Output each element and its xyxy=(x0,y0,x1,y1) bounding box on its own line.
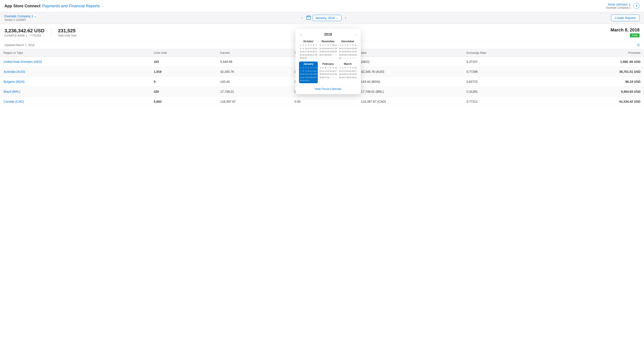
cal-day: 19 xyxy=(312,73,315,76)
download-icon[interactable]: ⎙ xyxy=(637,43,640,47)
cal-day: 31 xyxy=(300,66,302,70)
month-dropdown-arrow: ⌄ xyxy=(336,16,338,20)
cal-day: 23 xyxy=(332,73,334,76)
cal-day: 1 xyxy=(332,53,334,57)
col-region: Region or Type xyxy=(0,49,150,57)
cal-day: 20 xyxy=(344,73,346,76)
col-units: Units Sold xyxy=(150,49,216,57)
create-reports-button[interactable]: Create Reports xyxy=(611,15,640,21)
cal-day: 27 xyxy=(324,76,327,79)
region-link[interactable]: Brazil (BRL) xyxy=(4,90,20,93)
cell-region: Australia (AUD) xyxy=(0,67,150,77)
cal-day: 18 xyxy=(319,73,322,76)
cal-day: 24 xyxy=(339,53,342,57)
cal-day: 16 xyxy=(332,70,334,73)
cell-exchange-rate: 0.77311 xyxy=(463,97,551,107)
header-right: Anne Johnson ∨ Example Company 1 ? xyxy=(606,3,640,9)
cal-day: 27 xyxy=(346,53,349,57)
cal-day: 2 xyxy=(312,79,315,82)
cal-day: 29 xyxy=(300,57,302,60)
cal-day: 15 xyxy=(300,50,302,53)
cal-day: 21 xyxy=(349,50,352,53)
cal-month-february[interactable]: February45678910111213141516171819202122… xyxy=(319,62,338,83)
cal-day: 31 xyxy=(339,57,342,60)
view-fiscal-section: View Fiscal Calendar xyxy=(299,86,357,91)
total-amount: 3,236,342.62 USD xyxy=(4,28,44,34)
cal-day: 7 xyxy=(300,70,302,73)
cal-day: 12 xyxy=(322,70,324,73)
cell-proceeds-local: 17,748.01 (BRL) xyxy=(358,87,463,97)
cal-day: 12 xyxy=(319,47,322,50)
cal-day: 2 xyxy=(332,76,334,79)
main-header: App Store Connect Payments and Financial… xyxy=(0,0,644,12)
next-month-button[interactable]: › xyxy=(343,15,348,21)
cal-prev-year-button[interactable]: ‹ xyxy=(299,32,303,37)
reports-title[interactable]: Payments and Financial Reports xyxy=(42,4,100,9)
cal-month-january[interactable]: January311234567891011121314151617181920… xyxy=(299,62,318,83)
cal-day: 22 xyxy=(300,53,302,57)
cal-day: 29 xyxy=(327,53,330,57)
cal-month-october[interactable]: October123456789101112131415161718192021… xyxy=(299,39,318,61)
app-store-title: App Store Connect xyxy=(4,4,40,9)
help-button[interactable]: ? xyxy=(634,3,640,9)
cal-day: 25 xyxy=(339,76,342,79)
user-name[interactable]: Anne Johnson ∨ xyxy=(606,3,631,6)
cal-day: 21 xyxy=(324,50,327,53)
cal-day: 1 xyxy=(329,76,332,79)
month-selector[interactable]: January, 2018 ⌄ xyxy=(312,15,342,21)
cal-month-header: October xyxy=(300,40,317,43)
payment-date: March 8, 2018 xyxy=(610,28,640,33)
cal-day: 22 xyxy=(352,50,354,53)
cal-day: 12 xyxy=(312,70,315,73)
cal-day: 16 xyxy=(329,47,332,50)
cell-units: 320 xyxy=(150,87,216,97)
header-left: App Store Connect Payments and Financial… xyxy=(4,4,104,9)
cal-day: 4 xyxy=(342,44,344,47)
calendar-icon-button[interactable] xyxy=(306,15,311,21)
cal-day: 14 xyxy=(346,70,349,73)
cal-day: 5 xyxy=(344,44,346,47)
cal-day: 14 xyxy=(324,47,327,50)
cal-month-december[interactable]: December34567891011121314151617181920212… xyxy=(338,39,357,61)
cal-day: 23 xyxy=(352,73,354,76)
cal-day: 17 xyxy=(354,70,357,73)
cal-day: 20 xyxy=(324,73,327,76)
company-link[interactable]: Example Company 1 xyxy=(4,14,33,18)
units-label: Total Units Sold xyxy=(58,34,76,37)
col-exchange: Exchange Rate xyxy=(463,49,551,57)
cal-month-header: January xyxy=(300,62,317,66)
cal-day: 12 xyxy=(342,70,344,73)
cal-day: 9 xyxy=(354,44,357,47)
cal-day: 11 xyxy=(334,44,337,47)
cal-next-year-button[interactable]: › xyxy=(354,32,357,37)
region-link[interactable]: United Arab Emirates (AED) xyxy=(4,60,42,64)
cal-day: 22 xyxy=(302,76,305,79)
cal-day: 21 xyxy=(327,73,330,76)
vendor-number: Vendor # 1234567 xyxy=(4,18,37,22)
cal-day: 3 xyxy=(312,57,315,60)
cal-day: 1 xyxy=(302,66,305,70)
cal-day: 13 xyxy=(322,47,324,50)
region-link[interactable]: Canada (CAD) xyxy=(4,100,24,103)
reports-dropdown-arrow[interactable]: ⌄ xyxy=(102,5,104,8)
cal-month-march[interactable]: March45678910111213141516171819202122232… xyxy=(338,62,357,83)
calendar-popup[interactable]: ‹ 2018 › October123456789101112131415161… xyxy=(296,29,361,94)
company-dropdown[interactable]: ⌄ xyxy=(34,14,37,18)
cal-day: 7 xyxy=(315,44,317,47)
cal-day: 18 xyxy=(310,73,312,76)
cell-taxes: 0.00 xyxy=(291,97,358,107)
cal-day: 28 xyxy=(327,76,330,79)
cal-day: 24 xyxy=(334,73,337,76)
prev-month-button[interactable]: ‹ xyxy=(300,15,304,21)
cal-day: 6 xyxy=(346,44,349,47)
cal-day: 27 xyxy=(312,53,315,57)
region-link[interactable]: Australia (AUD) xyxy=(4,70,25,74)
cal-day: 11 xyxy=(339,70,342,73)
cal-day: 21 xyxy=(300,76,302,79)
region-link[interactable]: Bulgaria (BGN) xyxy=(4,80,24,83)
cal-day: 16 xyxy=(304,73,307,76)
view-fiscal-link[interactable]: View Fiscal Calendar xyxy=(315,87,342,91)
cal-day: 24 xyxy=(332,50,334,53)
cal-month-november[interactable]: November56789101112131415161718192021222… xyxy=(319,39,338,61)
cal-day: 18 xyxy=(339,73,342,76)
